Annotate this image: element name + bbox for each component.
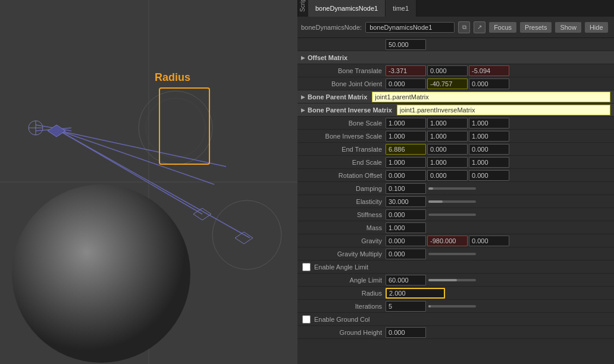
gravity-multiply-value[interactable] [386, 249, 426, 259]
prop-label-bone-translate: Bone Translate [302, 67, 386, 74]
prop-label-bone-inverse-scale: Bone Inverse Scale [302, 133, 386, 140]
prop-row-bone-inverse-scale: Bone Inverse Scale [297, 130, 614, 143]
prop-row-enable-angle-limit: Enable Angle Limit [297, 261, 614, 274]
prop-row-gravity-multiply: Gravity Multiply [297, 247, 614, 261]
tabs: Script boneDynamicsNode1 time1 [297, 0, 614, 17]
prop-label-bone-scale: Bone Scale [302, 120, 386, 127]
tab-time[interactable]: time1 [386, 0, 416, 17]
rotation-offset-z[interactable] [469, 170, 509, 181]
prop-label-gravity-multiply: Gravity Multiply [302, 250, 386, 258]
bone-translate-y[interactable] [427, 65, 468, 76]
gravity-x[interactable] [386, 236, 426, 246]
rotation-offset-x[interactable] [386, 170, 426, 181]
presets-button[interactable]: Presets [520, 22, 552, 33]
toolbar: boneDynamicsNode: ⧉ ↗ Focus Presets Show… [297, 17, 614, 38]
prop-row-rotation-offset: Rotation Offset [297, 169, 614, 182]
rotation-offset-y[interactable] [427, 170, 468, 181]
bone-joint-x[interactable] [386, 79, 426, 89]
prop-row-bone-scale: Bone Scale [297, 117, 614, 130]
bone-translate-x[interactable] [386, 65, 426, 76]
end-translate-z[interactable] [469, 144, 509, 155]
node-label: boneDynamicsNode: [301, 24, 362, 31]
gravity-y[interactable] [427, 236, 468, 246]
enable-ground-col-checkbox[interactable] [302, 315, 311, 324]
enable-angle-limit-checkbox[interactable] [302, 263, 311, 271]
prop-row-stiffness: Stiffness [297, 208, 614, 221]
prop-label-bone-joint-orient: Bone Joint Orient [302, 80, 386, 87]
prop-top-val[interactable] [386, 39, 426, 50]
prop-row-bone-translate: Bone Translate [297, 64, 614, 77]
mass-value[interactable] [386, 222, 426, 233]
bone-translate-z[interactable] [469, 65, 509, 76]
angle-limit-slider[interactable] [428, 279, 476, 281]
prop-row-end-scale: End Scale [297, 156, 614, 169]
section-title-bpim: Bone Parent Inverse Matrix [308, 106, 392, 114]
node-value-input[interactable] [365, 22, 455, 33]
prop-label-end-translate: End Translate [302, 146, 386, 153]
prop-label-elasticity: Elasticity [302, 198, 386, 205]
prop-row-angle-limit: Angle Limit [297, 274, 614, 287]
damping-slider[interactable] [428, 187, 476, 190]
prop-label-enable-angle-limit: Enable Angle Limit [314, 263, 372, 271]
prop-row-gravity: Gravity [297, 234, 614, 247]
prop-row-radius: Radius [297, 287, 614, 300]
prop-label-ground-height: Ground Height [302, 329, 386, 336]
copy-icon[interactable]: ⧉ [458, 21, 470, 33]
prop-label-iterations: Iterations [302, 303, 386, 310]
angle-limit-value[interactable] [386, 275, 426, 285]
bone-parent-matrix-input[interactable] [372, 92, 610, 102]
stiffness-value[interactable] [386, 209, 426, 220]
end-scale-z[interactable] [469, 157, 509, 168]
focus-button[interactable]: Focus [489, 22, 516, 33]
elasticity-value[interactable] [386, 196, 426, 207]
bone-parent-inv-matrix-input[interactable] [397, 105, 610, 115]
prop-label-stiffness: Stiffness [302, 211, 386, 218]
section-title-offset: Offset Matrix [308, 54, 347, 61]
prop-row-elasticity: Elasticity [297, 195, 614, 208]
section-bone-parent-inv-matrix[interactable]: ▶ Bone Parent Inverse Matrix [297, 103, 614, 117]
section-title-bpm: Bone Parent Matrix [308, 93, 367, 101]
bone-scale-y[interactable] [427, 118, 468, 128]
bone-joint-z[interactable] [469, 79, 509, 89]
iterations-value[interactable] [386, 301, 426, 312]
gravity-multiply-slider[interactable] [428, 253, 476, 255]
end-translate-x[interactable] [386, 144, 426, 155]
damping-value[interactable] [386, 183, 426, 194]
prop-label-enable-ground-col: Enable Ground Col [314, 316, 374, 323]
prop-row-enable-ground-col: Enable Ground Col [297, 313, 614, 326]
prop-row-ground-height: Ground Height [297, 326, 614, 339]
prop-row-end-translate: End Translate [297, 143, 614, 156]
arrow-icon[interactable]: ↗ [474, 21, 485, 33]
bone-scale-x[interactable] [386, 118, 426, 128]
prop-row-bone-joint-orient: Bone Joint Orient [297, 77, 614, 90]
tab-script[interactable]: Script [297, 0, 308, 17]
hide-button[interactable]: Hide [585, 22, 608, 33]
end-translate-y[interactable] [427, 144, 468, 155]
iterations-slider[interactable] [428, 305, 476, 307]
section-offset-matrix[interactable]: ▶ Offset Matrix [297, 51, 614, 64]
elasticity-slider[interactable] [428, 200, 476, 203]
show-button[interactable]: Show [555, 22, 581, 33]
panel: Script boneDynamicsNode1 time1 boneDynam… [297, 0, 614, 364]
viewport: Radius [0, 0, 297, 364]
radius-label: Radius [155, 71, 190, 84]
bone-inv-scale-x[interactable] [386, 131, 426, 142]
radius-value[interactable] [386, 288, 445, 299]
prop-row-top [297, 38, 614, 51]
prop-label-mass: Mass [302, 224, 386, 231]
prop-label-end-scale: End Scale [302, 159, 386, 166]
section-arrow-bpm: ▶ [301, 94, 305, 100]
bone-inv-scale-z[interactable] [469, 131, 509, 142]
bone-inv-scale-y[interactable] [427, 131, 468, 142]
prop-row-damping: Damping [297, 182, 614, 195]
section-bone-parent-matrix[interactable]: ▶ Bone Parent Matrix [297, 90, 614, 103]
gravity-z[interactable] [469, 236, 509, 246]
end-scale-y[interactable] [427, 157, 468, 168]
stiffness-slider[interactable] [428, 214, 476, 216]
bone-joint-y[interactable] [427, 79, 468, 89]
bone-scale-z[interactable] [469, 118, 509, 128]
prop-label-rotation-offset: Rotation Offset [302, 172, 386, 179]
end-scale-x[interactable] [386, 157, 426, 168]
tab-bone-dynamics[interactable]: boneDynamicsNode1 [308, 0, 386, 17]
ground-height-value[interactable] [386, 327, 426, 338]
